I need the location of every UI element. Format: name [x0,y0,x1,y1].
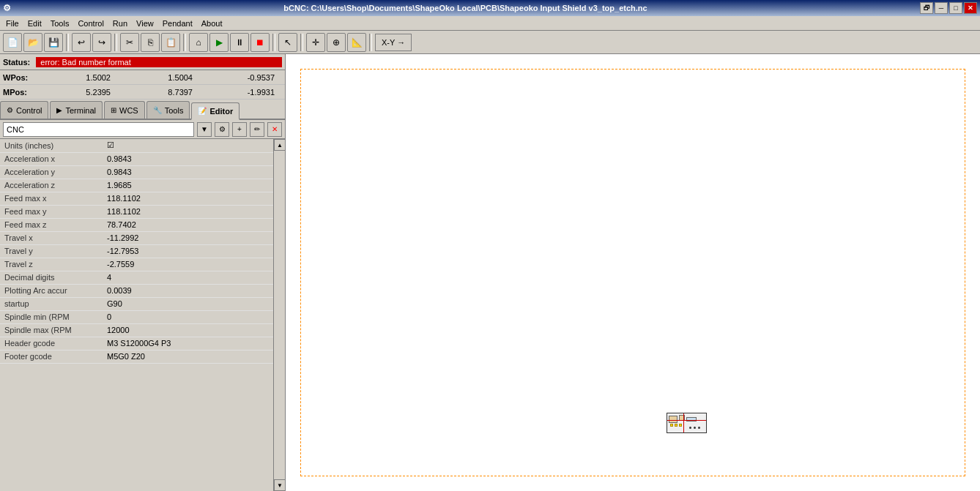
home-button[interactable]: ⌂ [189,33,208,52]
target-button[interactable]: ⊕ [327,33,346,52]
cnc-close-button[interactable]: ✕ [267,122,282,137]
setting-label: Header gcode [0,337,103,350]
settings-row[interactable]: Feed max x118.1102 [0,192,273,205]
pcb-pad-3 [679,424,682,427]
settings-row[interactable]: Header gcodeM3 S12000G4 P3 [0,337,273,350]
scroll-up-button[interactable]: ▲ [274,139,285,151]
scroll-down-button[interactable]: ▼ [274,479,285,491]
tab-tools[interactable]: 🔧 Tools [146,101,190,119]
cursor-button[interactable]: ↖ [278,33,297,52]
pcb-cap [686,417,697,421]
menu-view[interactable]: View [132,16,158,30]
tab-wcs[interactable]: ⊞ WCS [104,101,145,119]
copy-button[interactable]: ⎘ [141,33,160,52]
save-button[interactable]: 💾 [44,33,63,52]
pause-button[interactable]: ⏸ [230,33,249,52]
tab-control-label: Control [16,106,42,115]
pcb-preview [667,413,707,433]
tab-bar: ⚙ Control ▶ Terminal ⊞ WCS 🔧 Tools 📝 Edi… [0,100,285,120]
tab-editor[interactable]: 📝 Editor [191,102,240,120]
cnc-edit-button[interactable]: ✏ [250,122,264,137]
minimize-button[interactable]: ─ [935,2,948,14]
setting-value[interactable]: G90 [103,297,273,310]
settings-row[interactable]: Decimal digits4 [0,271,273,284]
settings-row[interactable]: Footer gcodeM5G0 Z20 [0,350,273,363]
settings-row[interactable]: startupG90 [0,297,273,310]
new-button[interactable]: 📄 [3,33,22,52]
setting-value[interactable]: 0.9843 [103,152,273,165]
setting-value[interactable]: 118.1102 [103,205,273,218]
settings-row[interactable]: Travel y-12.7953 [0,244,273,258]
settings-row[interactable]: Units (inches)☑ [0,139,273,152]
setting-value[interactable]: 0.0039 [103,284,273,297]
menu-pendant[interactable]: Pendant [158,16,197,30]
pcb-pad-2 [675,424,678,427]
settings-area: Units (inches)☑Acceleration x0.9843Accel… [0,139,285,491]
setting-value[interactable]: -11.2992 [103,231,273,244]
settings-row[interactable]: Acceleration y0.9843 [0,165,273,179]
settings-row[interactable]: Spindle max (RPM12000 [0,323,273,337]
settings-row[interactable]: Plotting Arc accur0.0039 [0,284,273,297]
settings-row[interactable]: Travel z-2.7559 [0,258,273,271]
menu-run[interactable]: Run [108,16,132,30]
settings-scrollbar[interactable]: ▲ ▼ [273,139,285,491]
menu-control[interactable]: Control [73,16,108,30]
setting-value[interactable]: 4 [103,271,273,284]
settings-row[interactable]: Acceleration x0.9843 [0,152,273,165]
settings-container: Units (inches)☑Acceleration x0.9843Accel… [0,139,285,491]
setting-value[interactable]: 12000 [103,323,273,337]
setting-value[interactable]: -12.7953 [103,244,273,258]
stop-button[interactable]: ⏹ [250,33,270,52]
cnc-dropdown-button[interactable]: ▼ [197,122,212,137]
settings-row[interactable]: Feed max y118.1102 [0,205,273,218]
setting-value[interactable]: ☑ [103,139,273,152]
wcs-icon: ⊞ [111,106,116,114]
setting-value[interactable]: 0 [103,310,273,323]
open-button[interactable]: 📂 [23,33,42,52]
setting-value[interactable]: 78.7402 [103,218,273,231]
undo-button[interactable]: ↩ [72,33,91,52]
setting-label: Travel y [0,244,103,258]
measure-button[interactable]: 📐 [347,33,366,52]
setting-value[interactable]: M3 S12000G4 P3 [103,337,273,350]
toolbar-separator-3 [183,34,186,51]
canvas-area[interactable] [286,54,980,491]
toolbar-separator-2 [114,34,117,51]
setting-label: Travel x [0,231,103,244]
cut-button[interactable]: ✂ [120,33,139,52]
setting-value[interactable]: 118.1102 [103,192,273,205]
maximize-button[interactable]: □ [949,2,962,14]
setting-value[interactable]: -2.7559 [103,258,273,271]
close-button[interactable]: ✕ [964,2,977,14]
setting-label: Spindle max (RPM [0,323,103,337]
menu-edit[interactable]: Edit [23,16,46,30]
mode-selector[interactable]: X-Y → [375,34,412,51]
cnc-input[interactable] [3,122,194,137]
settings-row[interactable]: Feed max z78.7402 [0,218,273,231]
paste-button[interactable]: 📋 [161,33,180,52]
setting-value[interactable]: 0.9843 [103,165,273,179]
setting-label: Spindle min (RPM [0,310,103,323]
mpos-z: -1.9931 [200,88,282,97]
menu-about[interactable]: About [197,16,227,30]
settings-row[interactable]: Acceleration z1.9685 [0,179,273,192]
run-button[interactable]: ▶ [209,33,229,52]
tab-terminal[interactable]: ▶ Terminal [50,101,103,119]
toolbar-separator-5 [300,34,303,51]
cnc-config-button[interactable]: ⚙ [215,122,229,137]
menu-tools[interactable]: Tools [46,16,74,30]
tab-control[interactable]: ⚙ Control [0,101,48,119]
restore-button[interactable]: 🗗 [920,2,933,14]
editor-icon: 📝 [198,107,207,115]
move-button[interactable]: ✛ [306,33,325,52]
toolbar-separator-6 [369,34,372,51]
menu-file[interactable]: File [1,16,23,30]
setting-label: Feed max x [0,192,103,205]
cnc-add-button[interactable]: + [232,122,247,137]
settings-row[interactable]: Travel x-11.2992 [0,231,273,244]
settings-row[interactable]: Spindle min (RPM0 [0,310,273,323]
setting-label: Acceleration x [0,152,103,165]
setting-value[interactable]: 1.9685 [103,179,273,192]
redo-button[interactable]: ↪ [92,33,111,52]
setting-value[interactable]: M5G0 Z20 [103,350,273,363]
